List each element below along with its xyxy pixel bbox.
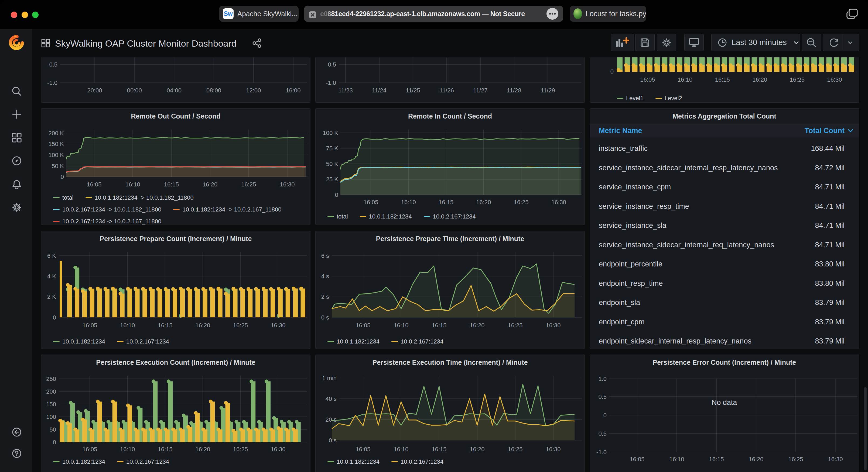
svg-text:-1.0: -1.0 (47, 79, 58, 86)
svg-text:16:00: 16:00 (286, 87, 301, 94)
svg-text:16:10: 16:10 (394, 322, 408, 329)
svg-text:83.80 Mil: 83.80 Mil (815, 260, 844, 268)
svg-text:150: 150 (46, 401, 56, 408)
svg-text:16:25: 16:25 (788, 456, 803, 463)
svg-text:50 K: 50 K (52, 163, 64, 169)
svg-text:16:05: 16:05 (629, 456, 644, 463)
svg-text:Total Count: Total Count (805, 127, 844, 135)
svg-text:service_instance_resp_time: service_instance_resp_time (599, 202, 689, 210)
svg-text:16:30: 16:30 (827, 76, 842, 83)
svg-text:84.71 Mil: 84.71 Mil (815, 222, 844, 230)
svg-text:16:25: 16:25 (790, 76, 805, 83)
svg-text:04:00: 04:00 (167, 87, 182, 94)
svg-text:11/23: 11/23 (338, 87, 352, 94)
svg-text:12:00: 12:00 (246, 87, 261, 94)
svg-text:16:20: 16:20 (470, 446, 485, 452)
svg-text:16:05: 16:05 (87, 181, 101, 188)
svg-text:2 K: 2 K (47, 293, 56, 300)
svg-text:-1.0: -1.0 (596, 449, 607, 456)
svg-text:83.79 Mil: 83.79 Mil (815, 318, 844, 326)
svg-text:-0.5: -0.5 (596, 430, 607, 437)
svg-text:11/29: 11/29 (540, 87, 555, 94)
svg-text:-0.5: -0.5 (326, 61, 336, 68)
svg-text:16:05: 16:05 (363, 199, 378, 206)
svg-text:16:15: 16:15 (715, 76, 730, 83)
svg-text:service_instance_cpm: service_instance_cpm (599, 183, 671, 191)
svg-text:50 K: 50 K (326, 161, 339, 167)
svg-text:16:05: 16:05 (355, 446, 370, 452)
svg-text:-0.5: -0.5 (47, 61, 58, 68)
svg-text:100: 100 (46, 413, 56, 420)
svg-text:16:30: 16:30 (271, 446, 285, 452)
svg-text:16:10: 16:10 (120, 446, 135, 452)
svg-text:16:15: 16:15 (158, 322, 173, 329)
svg-text:16:10: 16:10 (678, 76, 692, 83)
svg-text:16:20: 16:20 (752, 76, 767, 83)
svg-text:endpoint_cpm: endpoint_cpm (599, 318, 645, 326)
svg-text:0: 0 (53, 439, 56, 446)
svg-text:16:20: 16:20 (476, 199, 491, 206)
svg-text:200 K: 200 K (49, 130, 64, 137)
svg-text:168.44 Mil: 168.44 Mil (811, 144, 844, 153)
svg-text:16:25: 16:25 (241, 181, 256, 188)
svg-text:16:10: 16:10 (120, 322, 135, 329)
svg-text:16:15: 16:15 (158, 446, 173, 452)
svg-text:16:25: 16:25 (508, 322, 523, 329)
svg-text:11/27: 11/27 (473, 87, 487, 94)
svg-text:16:20: 16:20 (470, 322, 485, 329)
svg-text:16:15: 16:15 (164, 181, 179, 188)
svg-text:16:30: 16:30 (280, 181, 294, 188)
svg-text:83.80 Mil: 83.80 Mil (815, 279, 844, 288)
svg-text:20:00: 20:00 (87, 87, 102, 94)
svg-text:service_instance_sidecar_inter: service_instance_sidecar_internal_req_la… (599, 241, 774, 249)
svg-text:Metric Name: Metric Name (599, 127, 642, 135)
svg-text:150 K: 150 K (49, 141, 64, 147)
svg-text:0.5: 0.5 (598, 393, 607, 400)
svg-text:11/26: 11/26 (439, 87, 454, 94)
svg-text:16:10: 16:10 (669, 456, 684, 463)
svg-text:16:20: 16:20 (203, 181, 217, 188)
svg-text:16:30: 16:30 (271, 322, 285, 329)
svg-text:200: 200 (46, 388, 56, 395)
svg-text:11/25: 11/25 (406, 87, 420, 94)
svg-text:0: 0 (61, 173, 64, 180)
svg-text:20 s: 20 s (325, 416, 337, 423)
svg-text:16:15: 16:15 (709, 456, 724, 463)
svg-text:0: 0 (335, 192, 338, 198)
svg-text:50: 50 (50, 426, 56, 433)
svg-text:08:00: 08:00 (206, 87, 221, 94)
svg-text:16:20: 16:20 (748, 456, 763, 463)
svg-text:16:10: 16:10 (394, 446, 408, 452)
svg-text:25 K: 25 K (326, 176, 339, 183)
svg-text:100 K: 100 K (49, 152, 64, 159)
svg-text:16:25: 16:25 (514, 199, 529, 206)
svg-text:16:15: 16:15 (439, 199, 454, 206)
svg-text:16:30: 16:30 (546, 322, 560, 329)
svg-text:16:15: 16:15 (432, 446, 446, 452)
svg-text:4 s: 4 s (321, 273, 329, 280)
svg-text:6 K: 6 K (47, 252, 56, 259)
svg-text:0 s: 0 s (329, 437, 337, 444)
svg-text:84.71 Mil: 84.71 Mil (815, 183, 844, 191)
svg-text:-1.0: -1.0 (326, 79, 336, 86)
svg-text:service_instance_sla: service_instance_sla (599, 222, 667, 230)
svg-text:1 min: 1 min (322, 375, 337, 381)
svg-text:2 s: 2 s (321, 293, 329, 300)
svg-text:16:25: 16:25 (233, 446, 248, 452)
svg-text:endpoint_sla: endpoint_sla (599, 299, 640, 307)
svg-text:83.79 Mil: 83.79 Mil (815, 299, 844, 307)
svg-text:16:20: 16:20 (195, 446, 210, 452)
svg-text:16:30: 16:30 (828, 456, 843, 463)
svg-text:75 K: 75 K (326, 145, 339, 152)
svg-text:11/24: 11/24 (372, 87, 386, 94)
svg-text:16:30: 16:30 (551, 199, 566, 206)
svg-text:16:10: 16:10 (125, 181, 140, 188)
svg-text:0 s: 0 s (321, 314, 329, 321)
svg-text:service_instance_sidecar_inter: service_instance_sidecar_internal_resp_l… (599, 164, 778, 172)
svg-text:250: 250 (46, 376, 56, 382)
svg-text:16:25: 16:25 (508, 446, 523, 452)
svg-text:1.0: 1.0 (598, 376, 607, 382)
svg-text:16:10: 16:10 (401, 199, 416, 206)
svg-text:16:25: 16:25 (233, 322, 248, 329)
svg-text:16:15: 16:15 (432, 322, 446, 329)
